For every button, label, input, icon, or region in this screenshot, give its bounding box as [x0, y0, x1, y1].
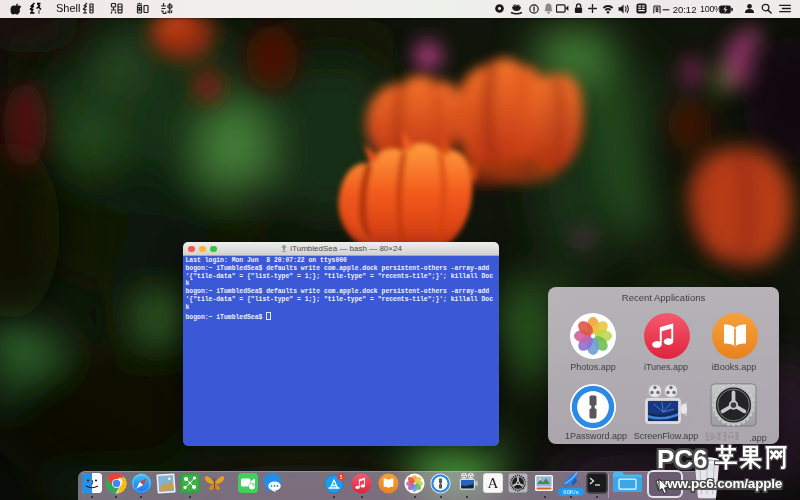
svg-text:A: A	[488, 475, 499, 491]
svg-text:5: 5	[340, 475, 343, 480]
